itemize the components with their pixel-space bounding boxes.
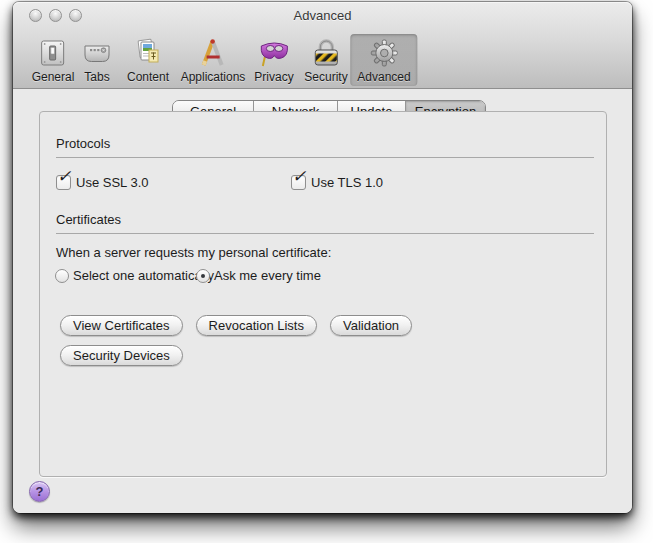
toolbar-item-privacy[interactable]: Privacy xyxy=(247,34,300,86)
certificate-buttons-row-2: Security Devices xyxy=(60,345,183,366)
checkmark-icon: ✓ xyxy=(292,168,306,185)
mask-icon xyxy=(258,37,290,69)
padlock-icon xyxy=(310,37,342,69)
toolbar-item-advanced[interactable]: Advanced xyxy=(350,34,417,86)
toolbar-item-general[interactable]: General xyxy=(25,34,82,86)
gear-icon xyxy=(368,37,400,69)
security-devices-button[interactable]: Security Devices xyxy=(60,345,183,366)
tab-shape-icon xyxy=(81,37,113,69)
checkbox-use-tls[interactable]: ✓ Use TLS 1.0 xyxy=(291,175,383,190)
toolbar-item-label: Security xyxy=(304,70,347,84)
content-area: General Network Update Encryption Protoc… xyxy=(13,89,632,513)
window-title: Advanced xyxy=(13,8,632,23)
toolbar-item-label: Content xyxy=(127,70,169,84)
radio-dot xyxy=(201,274,205,278)
view-certificates-button[interactable]: View Certificates xyxy=(60,315,183,336)
toolbar-item-label: Advanced xyxy=(357,70,410,84)
validation-button[interactable]: Validation xyxy=(330,315,412,336)
documents-icon xyxy=(132,37,164,69)
checkmark-icon: ✓ xyxy=(57,168,71,185)
letter-a-tools-icon xyxy=(197,37,229,69)
certificate-prompt: When a server requests my personal certi… xyxy=(56,245,331,260)
radio-label: Ask me every time xyxy=(214,268,321,283)
checkbox-use-ssl[interactable]: ✓ Use SSL 3.0 xyxy=(56,175,149,190)
help-button[interactable]: ? xyxy=(29,481,50,502)
toolbar-item-content[interactable]: Content xyxy=(120,34,176,86)
window-header: Advanced General xyxy=(13,2,632,89)
radio-select-automatically[interactable]: Select one automatically xyxy=(55,268,214,283)
radio-icon xyxy=(196,269,210,283)
light-switch-icon xyxy=(37,37,69,69)
radio-icon xyxy=(55,269,69,283)
revocation-lists-button[interactable]: Revocation Lists xyxy=(196,315,317,336)
checkbox-checked-icon: ✓ xyxy=(56,175,71,190)
toolbar-item-tabs[interactable]: Tabs xyxy=(74,34,120,86)
certificates-heading: Certificates xyxy=(56,212,594,234)
encryption-panel: Protocols ✓ Use SSL 3.0 ✓ Use TLS 1.0 Ce… xyxy=(39,111,607,477)
preferences-window: Advanced General xyxy=(13,2,632,513)
radio-label: Select one automatically xyxy=(73,268,214,283)
toolbar-item-label: General xyxy=(32,70,75,84)
toolbar-item-label: Privacy xyxy=(254,70,293,84)
protocols-heading: Protocols xyxy=(56,136,594,158)
checkbox-checked-icon: ✓ xyxy=(291,175,306,190)
checkbox-label: Use TLS 1.0 xyxy=(311,175,383,190)
toolbar-item-applications[interactable]: Applications xyxy=(174,34,253,86)
toolbar-item-label: Applications xyxy=(181,70,246,84)
toolbar-item-label: Tabs xyxy=(84,70,109,84)
checkbox-label: Use SSL 3.0 xyxy=(76,175,149,190)
question-mark-icon: ? xyxy=(36,484,44,499)
certificate-buttons-row-1: View Certificates Revocation Lists Valid… xyxy=(60,315,412,336)
screenshot-stage: Advanced General xyxy=(0,0,653,543)
radio-ask-every-time[interactable]: Ask me every time xyxy=(196,268,321,283)
toolbar-item-security[interactable]: Security xyxy=(297,34,354,86)
